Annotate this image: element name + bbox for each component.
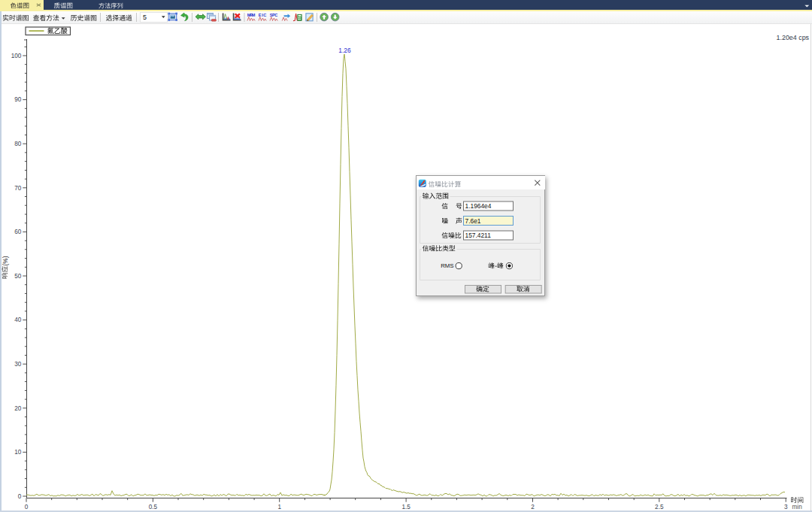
svg-text:(%): (%) [2, 256, 9, 265]
svg-text:1.26: 1.26 [338, 47, 351, 54]
svg-text:2.5: 2.5 [655, 504, 664, 510]
svg-text:1.5: 1.5 [401, 504, 411, 510]
svg-text:2: 2 [531, 504, 535, 510]
svg-text:3: 3 [784, 504, 788, 510]
svg-text:157.4211: 157.4211 [465, 232, 492, 239]
svg-text:1.1964e4: 1.1964e4 [465, 202, 492, 210]
svg-text:1: 1 [277, 504, 281, 510]
svg-text:7.6e1: 7.6e1 [465, 217, 481, 225]
svg-text:1.20e4 cps: 1.20e4 cps [777, 34, 810, 41]
svg-text:90: 90 [14, 96, 22, 103]
svg-text:min: min [792, 504, 803, 510]
svg-text:50: 50 [14, 273, 22, 280]
svg-text:0: 0 [25, 504, 29, 510]
svg-text:EIC: EIC [259, 13, 267, 17]
svg-text:80: 80 [14, 141, 22, 147]
svg-text:30: 30 [14, 361, 22, 368]
svg-text:SPC: SPC [270, 13, 278, 17]
svg-text:MRM: MRM [247, 13, 256, 17]
svg-text:40: 40 [14, 317, 22, 323]
svg-text:10: 10 [14, 449, 22, 456]
svg-text:20: 20 [14, 405, 22, 412]
svg-text:RMS: RMS [441, 262, 453, 269]
svg-text:5: 5 [143, 14, 147, 21]
svg-text:0: 0 [18, 493, 22, 500]
svg-text:70: 70 [14, 185, 22, 192]
svg-text:60: 60 [14, 229, 22, 235]
svg-text:100: 100 [11, 53, 22, 59]
svg-text:0.5: 0.5 [149, 504, 158, 510]
